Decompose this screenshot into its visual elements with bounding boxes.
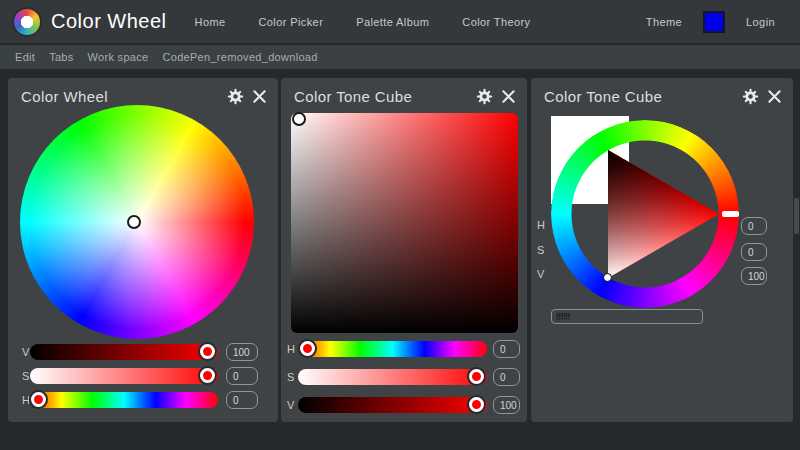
wheel-color-marker[interactable] — [127, 215, 141, 229]
saturation-input[interactable] — [226, 367, 258, 385]
field-label-v: V — [537, 268, 549, 280]
triangle-marker[interactable] — [603, 273, 612, 282]
value-slider[interactable] — [298, 397, 487, 413]
hex-color-input[interactable] — [551, 309, 703, 324]
hue-slider-handle[interactable] — [300, 341, 315, 356]
panel-color-wheel-header: Color Wheel — [8, 78, 278, 106]
close-icon[interactable] — [766, 88, 783, 105]
navbar-right: Theme Login — [646, 11, 775, 33]
hue-slider[interactable] — [298, 341, 487, 357]
value-slider-handle[interactable] — [200, 344, 215, 359]
nav-link-color-picker[interactable]: Color Picker — [259, 16, 324, 28]
settings-gear-icon[interactable] — [476, 88, 493, 105]
menu-item-workspace[interactable]: Work space — [88, 51, 149, 63]
menu-item-edit[interactable]: Edit — [15, 51, 35, 63]
vertical-scrollbar-thumb[interactable] — [794, 198, 799, 234]
saturation-slider[interactable] — [298, 369, 487, 385]
panel-color-tone-cube-ring: Color Tone Cube — [531, 78, 793, 422]
nav-link-home[interactable]: Home — [195, 16, 226, 28]
saturation-slider-handle[interactable] — [469, 369, 484, 384]
menu-item-codepen-removed-download[interactable]: CodePen_removed_download — [162, 51, 317, 63]
saturation-input[interactable] — [741, 243, 767, 261]
value-input[interactable] — [493, 396, 520, 414]
saturation-value-square[interactable] — [291, 113, 518, 333]
value-slider[interactable] — [30, 344, 218, 360]
panel-title: Color Tone Cube — [544, 88, 662, 105]
saturation-input[interactable] — [493, 368, 520, 386]
panel-title: Color Wheel — [21, 88, 108, 105]
login-button[interactable]: Login — [746, 16, 775, 28]
sv-square-marker[interactable] — [292, 112, 306, 126]
hue-slider-handle[interactable] — [31, 392, 46, 407]
panel-header: Color Tone Cube — [281, 78, 527, 106]
theme-label[interactable]: Theme — [646, 16, 682, 28]
value-input[interactable] — [226, 343, 258, 361]
sv-triangle[interactable] — [551, 120, 739, 308]
saturation-slider[interactable] — [30, 368, 218, 384]
hue-input[interactable] — [226, 391, 258, 409]
panel-color-wheel: Color Wheel V S H — [8, 78, 278, 422]
panel-color-tone-cube-square: Color Tone Cube H S V — [281, 78, 527, 422]
panel-title: Color Tone Cube — [294, 88, 412, 105]
close-icon[interactable] — [251, 88, 268, 105]
app-title: Color Wheel — [51, 10, 167, 33]
close-icon[interactable] — [500, 88, 517, 105]
hue-slider[interactable] — [30, 392, 218, 408]
saturation-slider-handle[interactable] — [200, 368, 215, 383]
value-input[interactable] — [741, 267, 767, 285]
panel-header: Color Tone Cube — [531, 78, 793, 106]
menubar: Edit Tabs Work space CodePen_removed_dow… — [0, 45, 800, 69]
hue-input[interactable] — [493, 340, 520, 358]
nav-link-palette-album[interactable]: Palette Album — [356, 16, 429, 28]
field-label-h: H — [537, 219, 549, 231]
navbar: Color Wheel Home Color Picker Palette Al… — [0, 0, 800, 43]
settings-gear-icon[interactable] — [227, 88, 244, 105]
nav-links: Home Color Picker Palette Album Color Th… — [195, 16, 531, 28]
theme-color-swatch[interactable] — [703, 11, 725, 33]
value-slider-handle[interactable] — [469, 397, 484, 412]
hue-input[interactable] — [741, 217, 767, 235]
settings-gear-icon[interactable] — [742, 88, 759, 105]
nav-link-color-theory[interactable]: Color Theory — [462, 16, 530, 28]
field-label-s: S — [537, 244, 549, 256]
color-wheel-logo-icon[interactable] — [14, 9, 40, 35]
menu-item-tabs[interactable]: Tabs — [49, 51, 73, 63]
